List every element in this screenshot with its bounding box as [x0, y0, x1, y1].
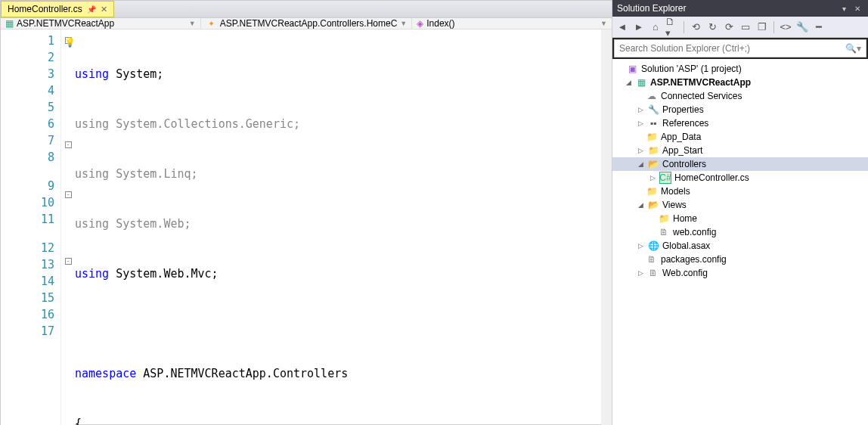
solution-icon: ▣	[626, 63, 638, 75]
chevron-right-icon[interactable]: ▷	[637, 106, 644, 113]
nav-class-label: ASP.NETMVCReactApp.Controllers.HomeC	[220, 18, 398, 29]
showall-icon[interactable]: ▭	[739, 20, 752, 34]
line-number: 16	[1, 306, 54, 323]
nav-method[interactable]: ◈ Index() ▼	[412, 18, 612, 29]
nav-class[interactable]: 🔸 ASP.NETMVCReactApp.Controllers.HomeC ▼	[201, 18, 412, 29]
code-text: System;	[109, 67, 163, 81]
code-content[interactable]: using System; using System.Collections.G…	[75, 29, 612, 425]
chevron-down-icon[interactable]: ◢	[637, 160, 644, 168]
line-number: 15	[1, 290, 54, 306]
line-number: 5	[1, 99, 54, 116]
solution-explorer-title: Solution Explorer ▾ ✕	[612, 0, 868, 17]
tree-label: Home	[673, 213, 697, 224]
refresh-icon[interactable]: ↻	[705, 20, 719, 34]
references-icon: ▪▪	[647, 117, 659, 129]
tree-home-folder[interactable]: 📁Home	[612, 212, 868, 225]
folder-open-icon: 📂	[647, 199, 659, 211]
line-number: 6	[1, 116, 54, 132]
code-text: System.Linq;	[109, 167, 197, 181]
code-text: System.Web;	[109, 217, 191, 231]
nav-project[interactable]: ▦ ASP.NETMVCReactApp ▼	[1, 18, 201, 29]
lightbulb-icon[interactable]: 💡	[64, 34, 76, 51]
connected-icon: ☁	[646, 90, 658, 102]
chevron-right-icon[interactable]: ▷	[637, 147, 644, 154]
chevron-right-icon[interactable]: ▷	[637, 119, 644, 127]
chevron-right-icon[interactable]: ▷	[649, 174, 656, 181]
tree-views[interactable]: ◢📂Views	[612, 198, 868, 212]
line-number: 3	[1, 66, 54, 82]
code-icon[interactable]: <>	[779, 20, 792, 34]
tree-references[interactable]: ▷▪▪References	[612, 116, 868, 130]
fold-toggle[interactable]: -	[65, 258, 72, 265]
tree-controllers[interactable]: ◢📂Controllers	[612, 157, 868, 171]
code-text: using	[75, 167, 109, 181]
chevron-down-icon: ▼	[189, 20, 196, 27]
chevron-down-icon[interactable]: ◢	[637, 201, 644, 209]
tree-label: Web.config	[662, 268, 708, 278]
tree-global[interactable]: ▷🌐Global.asax	[612, 239, 868, 253]
tree-properties[interactable]: ▷🔧Properties	[612, 103, 868, 116]
search-input[interactable]	[619, 43, 845, 54]
preview-icon[interactable]: ━	[812, 20, 826, 34]
vertical-scrollbar[interactable]	[601, 29, 612, 425]
chevron-down-icon: ▼	[400, 20, 407, 27]
tree-label: ASP.NETMVCReactApp	[650, 77, 751, 88]
tree-solution[interactable]: ▣Solution 'ASP' (1 project)	[612, 62, 868, 76]
code-text: namespace	[75, 367, 136, 380]
forward-icon[interactable]: ►	[632, 20, 646, 34]
tree-appstart[interactable]: ▷📁App_Start	[612, 144, 868, 157]
tree-webconfig-root[interactable]: ▷🗎Web.config	[612, 266, 868, 280]
tab-label: HomeController.cs	[8, 4, 82, 14]
chevron-down-icon: ▼	[600, 20, 607, 27]
tree-homecontroller[interactable]: ▷C#HomeController.cs	[612, 171, 868, 185]
code-area[interactable]: 💡 1 2 3 4 5 6 7 8 9 10 11 12 13 14 15 16…	[1, 29, 612, 425]
tree-connected-services[interactable]: ☁Connected Services	[612, 89, 868, 103]
solution-toolbar: ◄ ► ⌂ 🗋▾ ⟲ ↻ ⟳ ▭ ❐ <> 🔧 ━	[612, 17, 868, 38]
collapse-icon[interactable]: ⟳	[722, 20, 736, 34]
separator	[684, 21, 684, 33]
chevron-right-icon[interactable]: ▷	[637, 269, 644, 277]
fold-toggle[interactable]: -	[65, 141, 72, 148]
fold-toggle[interactable]: -	[65, 191, 72, 198]
properties-icon[interactable]: 🔧	[795, 20, 809, 34]
tree-label: Models	[661, 186, 690, 197]
copy-icon[interactable]: ❐	[755, 20, 769, 34]
sync-icon[interactable]: 🗋▾	[665, 20, 679, 34]
code-text: ASP.NETMVCReactApp.Controllers	[136, 367, 348, 380]
chevron-down-icon[interactable]: ◢	[625, 79, 632, 86]
folder-icon: 📁	[646, 185, 658, 197]
code-text: using	[75, 117, 109, 131]
panel-title: Solution Explorer	[617, 3, 686, 14]
code-text: using	[75, 267, 109, 281]
line-number: 13	[1, 256, 54, 273]
solution-tree[interactable]: ▣Solution 'ASP' (1 project) ◢▦ASP.NETMVC…	[612, 59, 868, 425]
back-icon[interactable]: ◄	[615, 20, 629, 34]
code-text: {	[75, 417, 82, 425]
project-icon: ▦	[635, 76, 647, 88]
code-text: using	[75, 217, 109, 231]
tree-packages[interactable]: 🗎packages.config	[612, 253, 868, 266]
window-controls[interactable]: ▾ ✕	[842, 5, 863, 13]
close-icon[interactable]: ✕	[101, 5, 107, 14]
tree-models[interactable]: 📁Models	[612, 185, 868, 198]
tree-project[interactable]: ◢▦ASP.NETMVCReactApp	[612, 76, 868, 89]
solution-explorer-pane: Solution Explorer ▾ ✕ ◄ ► ⌂ 🗋▾ ⟲ ↻ ⟳ ▭ ❐…	[612, 0, 868, 425]
tree-appdata[interactable]: 📁App_Data	[612, 130, 868, 144]
home-icon[interactable]: ⌂	[649, 20, 662, 34]
line-number: 2	[1, 49, 54, 66]
folder-icon: 📁	[658, 212, 670, 225]
nav-method-label: Index()	[426, 18, 454, 29]
tree-label: Solution 'ASP' (1 project)	[641, 64, 742, 74]
config-icon: 🗎	[658, 226, 670, 238]
scope-icon[interactable]: ⟲	[689, 20, 702, 34]
solution-search[interactable]: 🔍▾	[614, 39, 866, 57]
csharp-icon: C#	[659, 172, 671, 184]
code-text: System.Web.Mvc;	[109, 267, 219, 281]
pin-icon[interactable]: 📌	[87, 5, 96, 14]
globe-icon: 🌐	[647, 240, 659, 252]
folder-icon: 📁	[646, 131, 658, 143]
tree-webconfig[interactable]: 🗎web.config	[612, 225, 868, 239]
file-tab[interactable]: HomeController.cs 📌 ✕	[1, 1, 114, 17]
search-icon[interactable]: 🔍▾	[845, 43, 861, 54]
chevron-right-icon[interactable]: ▷	[637, 242, 644, 250]
